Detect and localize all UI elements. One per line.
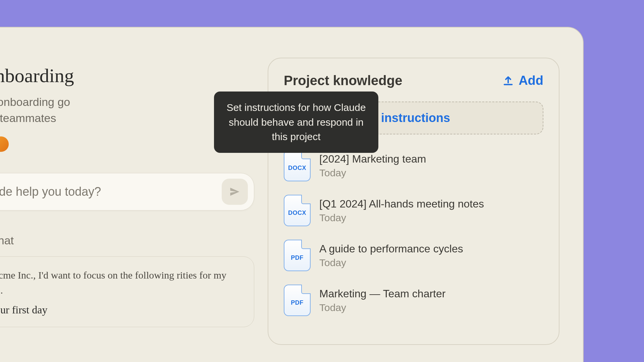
file-name: [Q1 2024] All-hands meeting notes	[319, 198, 484, 210]
file-date: Today	[319, 212, 484, 224]
add-knowledge-label: Add	[519, 73, 543, 88]
file-type-icon: DOCX	[284, 195, 311, 226]
file-name: A guide to performance cycles	[319, 243, 463, 255]
knowledge-file-item[interactable]: DOCX [Q1 2024] All-hands meeting notes T…	[284, 195, 543, 226]
send-icon	[229, 186, 241, 198]
file-ext: PDF	[291, 254, 304, 261]
custom-instructions-tooltip: Set instructions for how Claude should b…	[214, 92, 378, 153]
project-desc-line1: ake sure onboarding go	[0, 96, 70, 108]
chat-placeholder: n Claude help you today?	[0, 185, 101, 199]
knowledge-file-item[interactable]: DOCX [2024] Marketing team Today	[284, 150, 543, 181]
file-ext: PDF	[291, 299, 304, 306]
knowledge-file-item[interactable]: PDF Marketing — Team charter Today	[284, 285, 543, 316]
file-ext: DOCX	[288, 209, 306, 217]
file-type-icon: PDF	[284, 285, 311, 316]
knowledge-file-list: DOCX [2024] Marketing team Today DOCX [Q…	[284, 150, 543, 316]
project-desc-line2: r my new teammates	[0, 112, 56, 124]
file-name: [2024] Marketing team	[319, 153, 426, 165]
file-name: Marketing — Team charter	[319, 288, 445, 300]
chat-input[interactable]: n Claude help you today?	[0, 173, 254, 210]
file-type-icon: DOCX	[284, 150, 311, 181]
add-knowledge-button[interactable]: Add	[502, 73, 543, 88]
send-button[interactable]	[222, 179, 248, 205]
knowledge-file-item[interactable]: PDF A guide to performance cycles Today	[284, 240, 543, 271]
file-date: Today	[319, 302, 445, 313]
file-date: Today	[319, 167, 426, 179]
knowledge-header: Project knowledge Add	[284, 73, 543, 88]
shared-chat-title: es for your first day	[0, 304, 242, 316]
upload-icon	[502, 75, 514, 86]
file-type-icon: PDF	[284, 240, 311, 271]
file-ext: DOCX	[288, 165, 306, 172]
app-window: hire onboarding ake sure onboarding go r…	[0, 27, 584, 362]
avatar-3[interactable]	[0, 135, 10, 153]
shared-chat-label: hared a chat	[0, 234, 254, 247]
knowledge-title: Project knowledge	[284, 73, 402, 88]
project-title: hire onboarding	[0, 64, 254, 87]
shared-chat-excerpt: new at Acme Inc., I'd want to focus on t…	[0, 267, 242, 298]
file-date: Today	[319, 257, 463, 268]
shared-chat-card[interactable]: new at Acme Inc., I'd want to focus on t…	[0, 256, 254, 327]
